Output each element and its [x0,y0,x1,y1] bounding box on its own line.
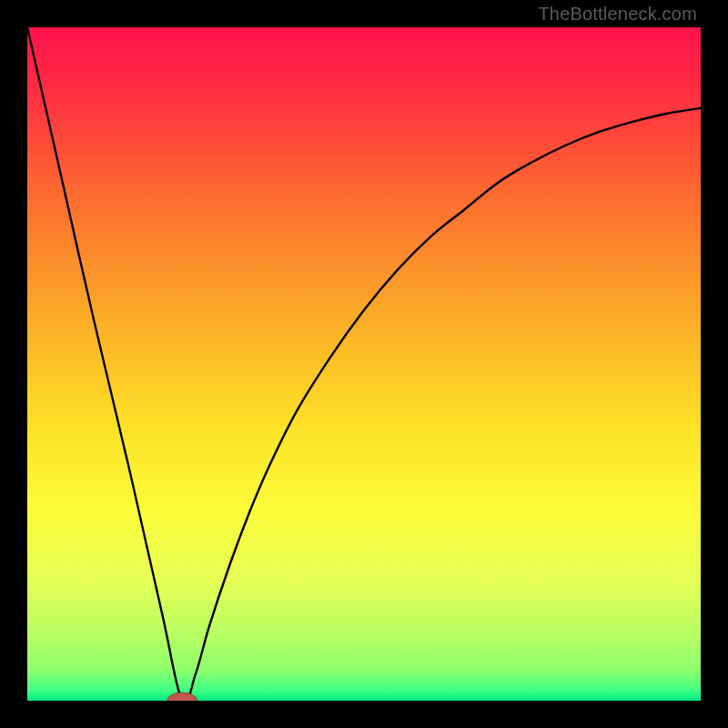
chart-frame: TheBottleneck.com [0,0,728,728]
bottleneck-chart [27,27,701,701]
gradient-background [27,27,701,701]
watermark-text: TheBottleneck.com [538,4,697,25]
plot-area [27,27,701,701]
